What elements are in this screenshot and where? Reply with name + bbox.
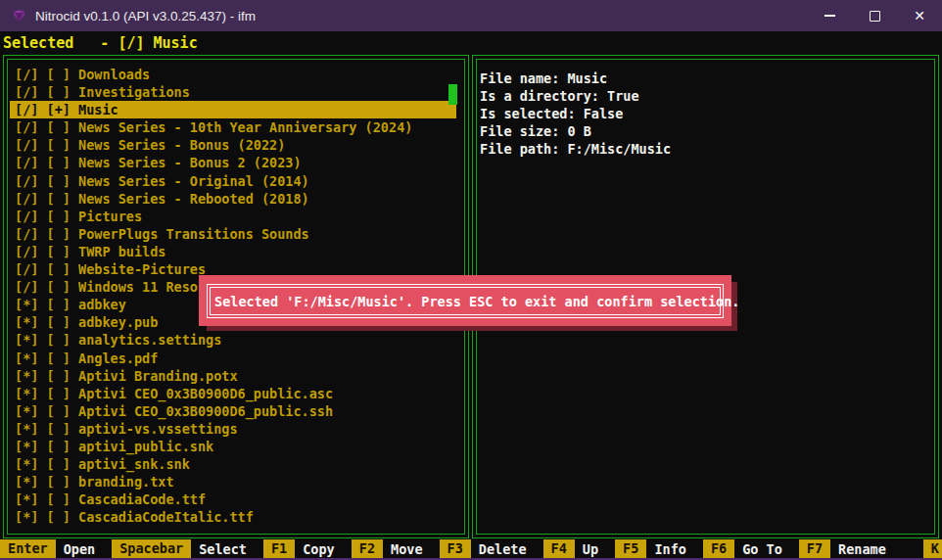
file-list-item[interactable]: [*] [ ] aptivi-vs.vssettings bbox=[10, 420, 456, 438]
keybinding-rename[interactable]: F7 Rename bbox=[799, 539, 886, 558]
file-list-item[interactable]: [/] [ ] Downloads bbox=[10, 66, 456, 83]
titlebar: Nitrocid v0.1.0 (API v3.0.25.437) - ifm … bbox=[0, 0, 942, 31]
file-list-item[interactable]: [*] [ ] aptivi_snk.snk bbox=[10, 455, 456, 473]
status-bar: Enter Open Spacebar Select F1 Copy F2 Mo… bbox=[0, 539, 942, 558]
file-list-item[interactable]: [*] [ ] Angles.pdf bbox=[10, 350, 456, 367]
file-info: File name: Music Is a directory: True Is… bbox=[480, 70, 671, 158]
close-icon: ✕ bbox=[914, 9, 925, 23]
file-list-item[interactable]: [/] [ ] News Series - Bonus 2 (2023) bbox=[10, 154, 456, 171]
keybinding-select[interactable]: Spacebar Select bbox=[112, 539, 247, 558]
file-list-item[interactable]: [*] [ ] Aptivi CEO_0x3B0900D6_public.asc bbox=[10, 385, 456, 402]
file-list-item-selected[interactable]: [/] [+] Music bbox=[10, 101, 456, 118]
file-info-line: File size: 0 B bbox=[480, 122, 671, 140]
file-list-item[interactable]: [/] [ ] Investigations bbox=[10, 83, 456, 101]
key-f1[interactable]: F1 bbox=[263, 539, 295, 558]
file-list-item[interactable]: [/] [ ] News Series - Bonus (2022) bbox=[10, 136, 456, 154]
key-f5[interactable]: F5 bbox=[615, 539, 646, 558]
selection-dialog-message: Selected 'F:/Misc/Music'. Press ESC to e… bbox=[208, 294, 739, 309]
keybinding-info[interactable]: F5 Info bbox=[615, 539, 686, 558]
file-list-item[interactable]: [*] [ ] CascadiaCode.ttf bbox=[10, 490, 456, 508]
key-f4[interactable]: F4 bbox=[543, 539, 575, 558]
action-open: Open bbox=[64, 541, 96, 557]
window-controls: ✕ bbox=[807, 0, 942, 31]
keybinding-move[interactable]: F2 Move bbox=[352, 539, 423, 558]
action-info: Info bbox=[654, 541, 686, 557]
minimize-button[interactable] bbox=[807, 0, 852, 31]
keybinding-delete[interactable]: F3 Delete bbox=[440, 539, 527, 558]
close-button[interactable]: ✕ bbox=[897, 0, 942, 31]
minimize-icon bbox=[824, 15, 835, 17]
action-goto: Go To bbox=[742, 541, 782, 557]
file-list-item[interactable]: [*] [ ] CascadiaCodeItalic.ttf bbox=[10, 508, 456, 526]
file-list-item[interactable]: [*] [ ] Aptivi Branding.potx bbox=[10, 367, 456, 385]
key-f6[interactable]: F6 bbox=[703, 539, 734, 558]
maximize-icon bbox=[870, 11, 880, 22]
selection-header: Selected - [/] Music bbox=[3, 32, 198, 54]
selection-dialog-frame: Selected 'F:/Misc/Music'. Press ESC to e… bbox=[207, 284, 724, 318]
file-list-item[interactable]: [*] [ ] analytics.settings bbox=[10, 331, 456, 349]
action-copy: Copy bbox=[303, 541, 335, 557]
action-move: Move bbox=[391, 541, 423, 557]
file-list-item[interactable]: [/] [ ] Pictures bbox=[10, 208, 456, 225]
file-list-item[interactable]: [*] [ ] branding.txt bbox=[10, 473, 456, 490]
keybinding-copy[interactable]: F1 Copy bbox=[263, 539, 335, 558]
nitrocid-logo-icon bbox=[11, 8, 27, 24]
action-delete: Delete bbox=[479, 541, 527, 557]
keybinding-open[interactable]: Enter Open bbox=[0, 539, 95, 558]
file-info-line: File path: F:/Misc/Music bbox=[480, 140, 671, 158]
file-info-line: File name: Music bbox=[480, 70, 671, 87]
keybinding-goto[interactable]: F6 Go To bbox=[703, 539, 782, 558]
maximize-button[interactable] bbox=[852, 0, 897, 31]
key-f2[interactable]: F2 bbox=[352, 539, 383, 558]
scrollbar-thumb[interactable] bbox=[448, 84, 457, 105]
keybinding-up[interactable]: F4 Up bbox=[543, 539, 599, 558]
action-select: Select bbox=[199, 541, 247, 557]
file-list-item[interactable]: [*] [ ] aptivi_public.snk bbox=[10, 438, 456, 455]
file-list-item[interactable]: [/] [ ] TWRP builds bbox=[10, 243, 456, 260]
key-spacebar[interactable]: Spacebar bbox=[112, 539, 191, 558]
key-f3[interactable]: F3 bbox=[440, 539, 471, 558]
file-info-line: Is a directory: True bbox=[480, 87, 671, 105]
window-title: Nitrocid v0.1.0 (API v3.0.25.437) - ifm bbox=[35, 9, 256, 23]
file-list-item[interactable]: [/] [ ] PowerPlugs Transitions Sounds bbox=[10, 225, 456, 243]
file-list-item[interactable]: [/] [ ] News Series - Rebooted (2018) bbox=[10, 190, 456, 208]
selection-dialog: Selected 'F:/Misc/Music'. Press ESC to e… bbox=[199, 275, 731, 326]
file-list-item[interactable]: [/] [ ] News Series - Original (2014) bbox=[10, 172, 456, 190]
file-list-item[interactable]: [*] [ ] Aptivi CEO_0x3B0900D6_public.ssh bbox=[10, 402, 456, 420]
key-enter[interactable]: Enter bbox=[0, 539, 56, 558]
action-rename: Rename bbox=[838, 541, 886, 557]
file-list-item[interactable]: [/] [ ] News Series - 10th Year Annivers… bbox=[10, 118, 456, 136]
key-f7[interactable]: F7 bbox=[799, 539, 830, 558]
key-k-cutoff[interactable]: K bbox=[923, 539, 942, 558]
file-info-line: Is selected: False bbox=[480, 105, 671, 122]
action-up: Up bbox=[583, 541, 598, 557]
